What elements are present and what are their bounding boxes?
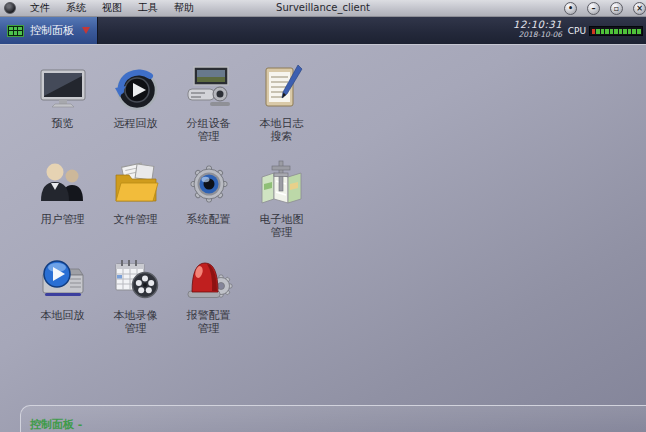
app-label: 报警配置 管理: [187, 309, 231, 335]
app-label: 远程回放: [114, 117, 158, 130]
window-shade-button[interactable]: •: [564, 2, 577, 15]
tab-control-panel[interactable]: 控制面板: [0, 17, 98, 44]
preview-monitor-icon: [38, 61, 88, 115]
file-management-icon: [111, 157, 161, 211]
app-remote-playback[interactable]: 远程回放: [99, 61, 172, 157]
local-playback-icon: [38, 253, 88, 307]
control-panel-icon: [7, 25, 24, 37]
menu-view[interactable]: 视图: [94, 0, 130, 16]
app-label: 系统配置: [187, 213, 231, 226]
clock-time: 12:10:31: [513, 20, 562, 30]
app-file-management[interactable]: 文件管理: [99, 157, 172, 253]
group-device-icon: [184, 61, 234, 115]
app-local-record-management[interactable]: 本地录像 管理: [99, 253, 172, 349]
app-label: 分组设备 管理: [187, 117, 231, 143]
app-grid-row-1: 预览 远程回放: [26, 61, 318, 157]
app-alarm-config-management[interactable]: 报警配置 管理: [172, 253, 245, 349]
app-label: 用户管理: [41, 213, 85, 226]
menu-system[interactable]: 系统: [58, 0, 94, 16]
user-management-icon: [38, 157, 88, 211]
app-logo-icon[interactable]: [4, 2, 16, 14]
remote-playback-icon: [111, 61, 161, 115]
clock-date: 2018-10-06: [513, 30, 562, 40]
system-config-icon: [184, 157, 234, 211]
app-local-playback[interactable]: 本地回放: [26, 253, 99, 349]
app-label: 文件管理: [114, 213, 158, 226]
cpu-meter: [589, 26, 643, 36]
app-system-config[interactable]: 系统配置: [172, 157, 245, 253]
app-label: 本地回放: [41, 309, 85, 322]
surveillance-client-window: 文件 系统 视图 工具 帮助 Surveillance_client • – ▫…: [0, 0, 646, 432]
log-search-icon: [257, 61, 307, 115]
window-title: Surveillance_client: [276, 2, 370, 13]
window-maximize-button[interactable]: ▫: [610, 2, 623, 15]
menu-bar: 文件 系统 视图 工具 帮助 Surveillance_client • – ▫…: [0, 0, 646, 17]
app-grid-row-2: 用户管理: [26, 157, 318, 253]
alarm-config-icon: [184, 253, 234, 307]
app-group-device-management[interactable]: 分组设备 管理: [172, 61, 245, 157]
app-local-log-search[interactable]: 本地日志 搜索: [245, 61, 318, 157]
footer-panel: 控制面板 -: [20, 405, 646, 432]
tab-label: 控制面板: [30, 23, 74, 38]
footer-control-panel-toggle[interactable]: 控制面板 -: [30, 417, 82, 432]
tab-bar: 控制面板 12:10:31 2018-10-06 CPU: [0, 17, 646, 44]
app-emap-management[interactable]: 电子地图 管理: [245, 157, 318, 253]
menu-file[interactable]: 文件: [22, 0, 58, 16]
window-close-button[interactable]: ×: [633, 2, 646, 15]
app-preview[interactable]: 预览: [26, 61, 99, 157]
tab-close-marker-icon[interactable]: [82, 27, 90, 34]
app-grid-row-3: 本地回放: [26, 253, 318, 349]
local-record-icon: [111, 253, 161, 307]
menu-help[interactable]: 帮助: [166, 0, 202, 16]
clock: 12:10:31 2018-10-06: [513, 20, 562, 40]
window-minimize-button[interactable]: –: [587, 2, 600, 15]
emap-icon: [257, 157, 307, 211]
app-label: 本地日志 搜索: [260, 117, 304, 143]
app-grid: 预览 远程回放: [26, 61, 318, 349]
app-label: 预览: [52, 117, 74, 130]
menu-tools[interactable]: 工具: [130, 0, 166, 16]
app-label: 本地录像 管理: [114, 309, 158, 335]
control-panel-desktop: 预览 远程回放: [0, 44, 646, 432]
app-label: 电子地图 管理: [260, 213, 304, 239]
window-controls: • – ▫ ×: [564, 2, 646, 15]
app-user-management[interactable]: 用户管理: [26, 157, 99, 253]
cpu-label: CPU: [568, 26, 586, 36]
